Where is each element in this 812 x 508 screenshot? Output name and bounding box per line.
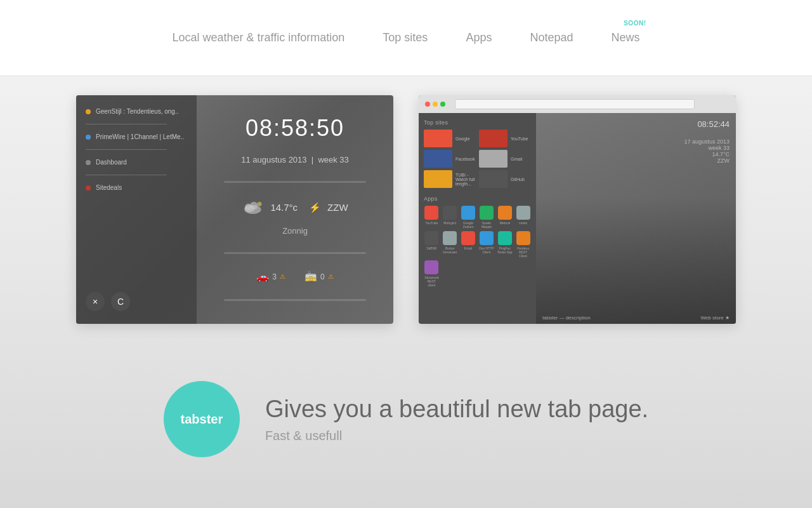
ss2-browser-bar xyxy=(419,95,736,113)
brand-subline: Fast & usefull xyxy=(265,429,648,443)
ss2-app-google: Google Zoeken xyxy=(461,206,476,229)
screenshot-2-wrapper: Top sites Google YouTube xyxy=(419,95,736,324)
ss2-apps-title: Apps xyxy=(424,196,531,202)
ss2-info-1b: Gmail xyxy=(511,157,531,161)
ss2-info-0: Google xyxy=(455,137,476,141)
ss2-thumb-1b xyxy=(479,150,508,168)
ss2-app-icon-sitbsr xyxy=(424,231,438,245)
ss2-thumb-2 xyxy=(424,170,452,188)
ss1-label-3: Sitedeals xyxy=(96,184,122,191)
ss2-thumb-0b xyxy=(479,130,508,147)
ss2-bottom-right-label: Web store ★ xyxy=(700,315,730,321)
ss2-thumb-0 xyxy=(424,130,452,147)
ss2-site-item-1: Facebook Gmail xyxy=(424,150,531,168)
weather-temp: 14.7°c xyxy=(270,202,298,213)
screenshot-2: Top sites Google YouTube xyxy=(419,95,736,324)
svg-point-3 xyxy=(251,202,258,210)
ss1-dot-2 xyxy=(86,160,91,165)
ss2-thumb-2b xyxy=(479,170,508,188)
ss1-time: 08:58:50 xyxy=(246,115,344,142)
header: Local weather & traffic information Top … xyxy=(0,0,812,76)
ss1-sidebar-item-1: PrimeWire | 1Channel | LetMe.. xyxy=(86,133,187,140)
ss2-left-panel: Top sites Google YouTube xyxy=(419,113,536,324)
ss2-app-icon-google xyxy=(461,206,475,220)
ss2-app-icon-perdeus xyxy=(516,231,530,245)
ss1-divider-2 xyxy=(86,175,167,175)
nav-item-local-weather[interactable]: Local weather & traffic information xyxy=(173,31,345,44)
screenshot-1-wrapper: GeenStijl : Tendentieus, ong.. PrimeWire… xyxy=(76,95,393,324)
ss1-divider-1 xyxy=(86,149,167,150)
train-warning-icon: ⚠ xyxy=(328,273,334,280)
ss2-apps-grid: YouTube Mobypict Google Zoeken Spat xyxy=(424,206,531,287)
ss1-weather-desc: Zonnig xyxy=(282,226,308,236)
ss1-separator-1 xyxy=(224,181,366,183)
ss2-app-webcal: Webcal xyxy=(497,206,513,229)
ss2-right-weather: 17 augustus 2013 week 33 14.7°C ZZW xyxy=(684,138,730,164)
ss2-info-2: TUBI - Watch full length... xyxy=(455,173,476,186)
nav-item-top-sites[interactable]: Top sites xyxy=(383,31,428,44)
screenshot-1: GeenStijl : Tendentieus, ong.. PrimeWire… xyxy=(76,95,393,324)
ss2-close-tl xyxy=(425,102,430,107)
ss1-traffic-car: 🚗 3 ⚠ xyxy=(256,271,285,283)
main-nav: Local weather & traffic information Top … xyxy=(173,31,640,44)
ss2-app-codex: codex xyxy=(515,206,531,229)
nav-item-news[interactable]: SOON! News xyxy=(611,31,639,44)
svg-point-4 xyxy=(258,202,262,206)
ss1-c-button[interactable]: C xyxy=(111,292,130,311)
ss1-separator-3 xyxy=(224,299,366,301)
ss1-date: 11 augustus 2013 | week 33 xyxy=(241,155,349,164)
ss2-top-sites-list: Google YouTube Facebook xyxy=(424,130,531,188)
ss1-separator-2 xyxy=(224,252,366,254)
ss2-site-item-2: TUBI - Watch full length... GitHub xyxy=(424,170,531,188)
ss1-label-2: Dashboard xyxy=(96,159,127,166)
ss2-app-sitbsr: SitBSR xyxy=(424,231,440,258)
ss2-urlbar xyxy=(455,99,695,109)
train-icon: 🚋 xyxy=(304,271,317,283)
ss2-app-mobypict: Mobypict xyxy=(442,206,458,229)
brand-section: tabster Gives you a beautiful new tab pa… xyxy=(0,343,812,495)
ss1-sidebar-item-0: GeenStijl : Tendentieus, ong.. xyxy=(86,108,187,115)
ss2-min-tl xyxy=(433,102,438,107)
lightning-icon: ⚡ xyxy=(309,202,321,213)
ss2-app-spatie: Spatie Mappie xyxy=(479,206,495,229)
ss2-app-icon-email xyxy=(461,231,475,245)
ss1-traffic: 🚗 3 ⚠ 🚋 0 ⚠ xyxy=(256,271,333,283)
ss2-app-icon-webcal xyxy=(498,206,512,220)
ss2-app-dev-http: Dev HTTP Client xyxy=(479,231,495,258)
ss2-info-2b: GitHub xyxy=(511,177,531,182)
ss2-info-0b: YouTube xyxy=(511,137,531,141)
ss2-traffic-lights xyxy=(425,102,445,107)
car-warning-icon: ⚠ xyxy=(280,273,285,280)
ss2-right-panel: 08:52:44 17 augustus 2013 week 33 14.7°C… xyxy=(536,113,736,324)
screenshots-section: GeenStijl : Tendentieus, ong.. PrimeWire… xyxy=(0,76,812,343)
ss1-close-button[interactable]: × xyxy=(86,292,105,311)
ss2-app-rest-client: Advanced REST client xyxy=(424,260,440,287)
soon-badge: SOON! xyxy=(624,20,646,27)
ss1-sidebar-item-3: Sitedeals xyxy=(86,184,187,191)
ss2-app-icon-dev-http xyxy=(480,231,494,245)
ss2-app-icon-mobypict xyxy=(443,206,457,220)
ss2-app-youtube: YouTube xyxy=(424,206,440,229)
ss2-top-sites-title: Top sites xyxy=(424,119,531,126)
ss2-app-icon-button-gen xyxy=(443,231,457,245)
ss2-site-item-0: Google YouTube xyxy=(424,130,531,147)
brand-headline: Gives you a beautiful new tab page. xyxy=(265,395,648,424)
ss1-dot-3 xyxy=(86,185,91,190)
ss2-app-pingfac: PingFac Tester App xyxy=(497,231,513,258)
ss1-car-count: 3 xyxy=(272,272,277,281)
ss2-info-1: Facebook xyxy=(455,157,476,161)
ss1-dot-1 xyxy=(86,135,91,140)
ss2-app-perdeus: Perdeus REST Client xyxy=(515,231,531,258)
ss1-divider-0 xyxy=(86,124,167,124)
ss1-label-0: GeenStijl : Tendentieus, ong.. xyxy=(96,108,178,115)
brand-content: Gives you a beautiful new tab page. Fast… xyxy=(265,395,648,444)
ss1-sidebar-item-2: Dashboard xyxy=(86,159,187,166)
nav-item-notepad[interactable]: Notepad xyxy=(530,31,573,44)
ss2-app-button-gen: Button Generator xyxy=(442,231,458,258)
brand-logo-text: tabster xyxy=(181,412,223,427)
ss2-thumb-1 xyxy=(424,150,452,168)
car-icon: 🚗 xyxy=(256,271,269,283)
ss2-max-tl xyxy=(440,102,445,107)
nav-item-apps[interactable]: Apps xyxy=(466,31,492,44)
ss2-app-icon-youtube xyxy=(424,206,438,220)
